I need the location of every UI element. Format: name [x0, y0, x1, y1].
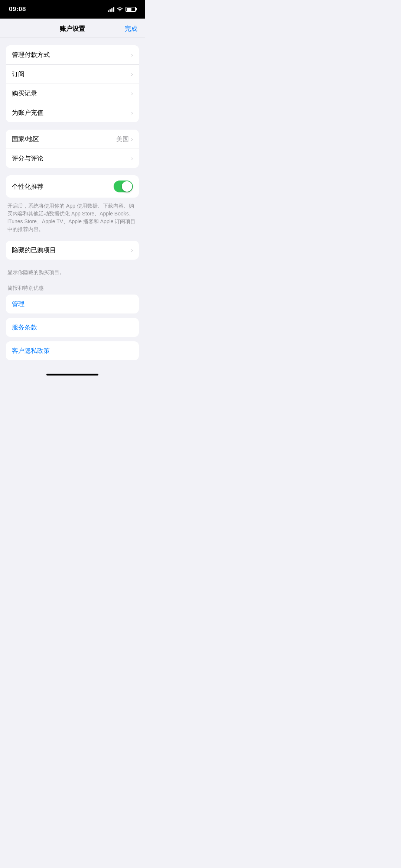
ratings-reviews-label: 评分与评论: [12, 154, 43, 163]
country-region-item[interactable]: 国家/地区 美国 ›: [6, 130, 139, 149]
chevron-icon: ›: [131, 71, 133, 78]
chevron-icon: ›: [131, 247, 133, 254]
ratings-reviews-item[interactable]: 评分与评论 ›: [6, 149, 139, 168]
manage-newsletter-item[interactable]: 管理: [6, 295, 139, 313]
hidden-purchase-group: 隐藏的已购项目 ›: [6, 241, 139, 260]
newsletter-section-label: 简报和特别优惠: [6, 285, 139, 295]
account-actions-group: 管理付款方式 › 订阅 › 购买记录 › 为账户充值 ›: [6, 45, 139, 122]
terms-item[interactable]: 服务条款: [6, 318, 139, 337]
manage-label: 管理: [12, 300, 25, 308]
purchase-history-item[interactable]: 购买记录 ›: [6, 84, 139, 103]
chevron-icon: ›: [131, 52, 133, 58]
wifi-icon: [117, 6, 123, 13]
hidden-purchases-item[interactable]: 隐藏的已购项目 ›: [6, 241, 139, 260]
nav-bar: 账户设置 完成: [0, 19, 145, 38]
done-button[interactable]: 完成: [125, 25, 137, 33]
chevron-icon: ›: [131, 136, 133, 143]
subscriptions-label: 订阅: [12, 70, 25, 78]
status-bar: 09:08: [0, 0, 145, 19]
chevron-icon: ›: [131, 155, 133, 162]
manage-payment-item[interactable]: 管理付款方式 ›: [6, 45, 139, 65]
status-icons: [108, 6, 136, 13]
chevron-icon: ›: [131, 110, 133, 116]
hidden-purchases-label: 隐藏的已购项目: [12, 246, 56, 254]
battery-icon: [125, 7, 136, 12]
subscriptions-item[interactable]: 订阅 ›: [6, 65, 139, 84]
content: 管理付款方式 › 订阅 › 购买记录 › 为账户充值 › 国家/地区: [0, 38, 145, 371]
purchase-history-label: 购买记录: [12, 89, 37, 98]
home-indicator: [46, 374, 98, 376]
manage-payment-label: 管理付款方式: [12, 51, 50, 59]
country-region-label: 国家/地区: [12, 135, 39, 143]
toggle-knob: [122, 181, 132, 192]
recharge-label: 为账户充值: [12, 108, 43, 117]
newsletter-section: 简报和特别优惠 管理: [6, 283, 139, 316]
terms-label: 服务条款: [12, 324, 37, 331]
personalized-description: 开启后，系统将使用你的 App 使用数据、下载内容、购买内容和其他活动数据优化 …: [6, 201, 139, 241]
chevron-icon: ›: [131, 90, 133, 97]
personalized-recommendations-label: 个性化推荐: [12, 182, 43, 191]
status-time: 09:08: [9, 6, 26, 13]
signal-icon: [108, 7, 114, 12]
privacy-item[interactable]: 客户隐私政策: [6, 341, 139, 360]
personalized-toggle[interactable]: [114, 181, 133, 192]
privacy-label: 客户隐私政策: [12, 347, 50, 354]
hidden-purchase-section: 隐藏的已购项目 › 显示你隐藏的购买项目。: [6, 241, 139, 276]
recharge-item[interactable]: 为账户充值 ›: [6, 103, 139, 122]
hidden-purchases-description: 显示你隐藏的购买项目。: [6, 267, 139, 276]
country-value: 美国: [116, 135, 129, 143]
region-group: 国家/地区 美国 › 评分与评论 ›: [6, 130, 139, 168]
personalized-recommendations-row[interactable]: 个性化推荐: [6, 175, 139, 198]
nav-title: 账户设置: [60, 25, 85, 33]
